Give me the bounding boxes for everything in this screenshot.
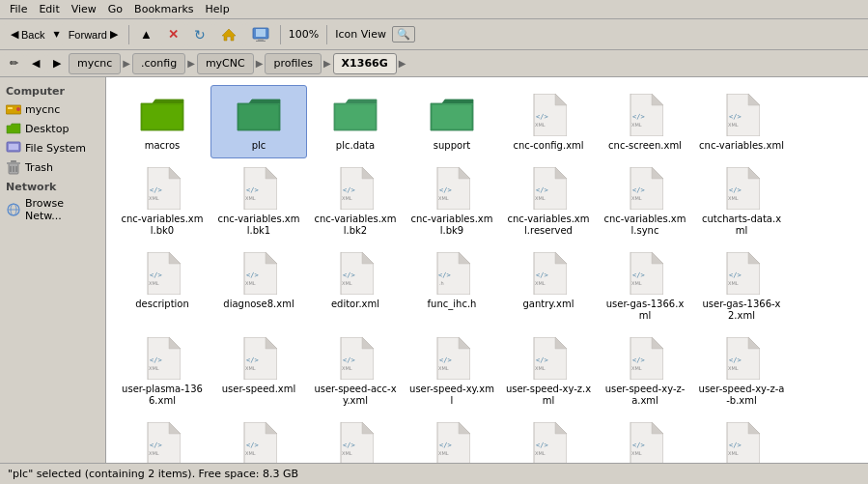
- sidebar-filesystem-label: File System: [25, 142, 86, 155]
- sidebar-section-network: Network: [0, 177, 105, 195]
- file-label-user-gas-1366.xml: user-gas-1366.xml: [602, 299, 688, 322]
- sidebar-mycnc-label: mycnc: [25, 103, 60, 116]
- file-label-func_ihc.h: func_ihc.h: [428, 299, 477, 310]
- svg-rect-11: [7, 162, 20, 164]
- file-item-gantry.xml[interactable]: </> XML gantry.xml: [500, 243, 597, 328]
- statusbar: "plc" selected (containing 2 items). Fre…: [0, 463, 868, 484]
- file-icon-user-speed-xy-z-probe.xml: </> XML: [236, 420, 282, 463]
- svg-text:XML: XML: [631, 122, 642, 128]
- breadcrumb-mycnc2[interactable]: myCNC: [197, 53, 254, 74]
- file-item-user-speed-xy-z.xml[interactable]: </> XML user-speed-xy-z.xml: [500, 328, 597, 413]
- svg-rect-9: [9, 144, 18, 150]
- menu-edit[interactable]: Edit: [33, 1, 65, 17]
- file-label-editor.xml: editor.xml: [331, 299, 379, 310]
- breadcrumb-x1366g[interactable]: X1366G: [333, 53, 397, 74]
- svg-text:XML: XML: [245, 280, 256, 286]
- file-item-cnc-variables.xml.reserved[interactable]: </> XML cnc-variables.xml.reserved: [500, 158, 597, 243]
- svg-text:XML: XML: [245, 450, 256, 456]
- file-item-func_ihc.h[interactable]: </> .h func_ihc.h: [404, 243, 500, 328]
- file-item-user-speed-xy-z-c.xml[interactable]: </> XML user-speed-xy-z-c.xml: [114, 413, 210, 463]
- prev-location-button[interactable]: ◀: [26, 53, 45, 74]
- breadcrumb-mycnc[interactable]: mycnc: [69, 53, 121, 74]
- edit-location-button[interactable]: ✏: [4, 53, 24, 74]
- breadcrumb-config[interactable]: .config: [132, 53, 185, 74]
- file-item-user-speed-xy.xml[interactable]: </> XML user-speed-xy.xml: [404, 328, 500, 413]
- menu-file[interactable]: File: [4, 1, 33, 17]
- menu-help[interactable]: Help: [200, 1, 236, 17]
- forward-arrow-icon: ▶: [110, 28, 118, 41]
- file-icon-cnc-variables.xml: </> XML: [718, 92, 765, 138]
- file-item-user-gas-1366-x2.xml[interactable]: </> XML user-gas-1366-x2.xml: [693, 243, 790, 328]
- file-item-x.style[interactable]: </> XML x.style: [404, 413, 500, 463]
- file-item-cnc-variables.xml.bk1[interactable]: </> XML cnc-variables.xml.bk1: [210, 158, 307, 243]
- file-item-user-speed-xy-z-a.xml[interactable]: </> XML user-speed-xy-z-a.xml: [597, 328, 693, 413]
- svg-text:</>: </>: [729, 271, 742, 279]
- reload-button[interactable]: ↻: [187, 22, 212, 47]
- file-icon-x.style: </> XML: [429, 420, 475, 463]
- svg-text:</>: </>: [343, 356, 355, 364]
- forward-button[interactable]: Forward ▶: [62, 22, 125, 47]
- sidebar-item-browse-network[interactable]: Browse Netw...: [0, 195, 105, 224]
- file-item-cnc-variables.xml.sync[interactable]: </> XML cnc-variables.xml.sync: [597, 158, 693, 243]
- file-item-editor.xml[interactable]: </> XML editor.xml: [307, 243, 404, 328]
- file-item-user-speed.xml[interactable]: </> XML user-speed.xml: [210, 328, 307, 413]
- file-item-description[interactable]: </> XML description: [114, 243, 210, 328]
- sidebar-desktop-label: Desktop: [25, 123, 69, 135]
- main: Computer mycnc Desktop File System Trash: [0, 77, 868, 463]
- network-icon: [6, 202, 21, 217]
- file-item-x-bottab.xml[interactable]: </> XML x-bottab.xml: [597, 413, 693, 463]
- file-item-cnc-config.xml[interactable]: </> XML cnc-config.xml: [500, 85, 597, 158]
- file-item-user-speed-xy-z-a-b.xml[interactable]: </> XML user-speed-xy-z-a-b.xml: [693, 328, 790, 413]
- file-item-cnc-variables.xml.bk9[interactable]: </> XML cnc-variables.xml.bk9: [404, 158, 500, 243]
- file-icon-description: </> XML: [139, 250, 185, 297]
- file-item-cutcharts-data.xml[interactable]: </> XML cutcharts-data.xml: [693, 158, 790, 243]
- svg-text:XML: XML: [535, 122, 546, 128]
- file-label-cnc-variables.xml.reserved: cnc-variables.xml.reserved: [505, 214, 592, 237]
- file-icon-user-speed-xy-z-c.xml: </> XML: [139, 420, 185, 463]
- file-item-cnc-variables.xml.bk2[interactable]: </> XML cnc-variables.xml.bk2: [307, 158, 404, 243]
- sidebar-item-filesystem[interactable]: File System: [0, 138, 105, 157]
- file-item-x-abcut.xml[interactable]: </> XML x-abcut.xml: [500, 413, 597, 463]
- zoom-button[interactable]: 🔍: [392, 26, 415, 43]
- menu-go[interactable]: Go: [102, 1, 128, 17]
- file-item-cnc-screen.xml[interactable]: </> XML cnc-screen.xml: [597, 85, 693, 158]
- breadcrumb-profiles[interactable]: profiles: [265, 53, 321, 74]
- file-item-diagnose8.xml[interactable]: </> XML diagnose8.xml: [210, 243, 307, 328]
- forward-label: Forward: [69, 29, 107, 41]
- file-item-user-gas-1366.xml[interactable]: </> XML user-gas-1366.xml: [597, 243, 693, 328]
- file-item-cnc-variables.xml.bk0[interactable]: </> XML cnc-variables.xml.bk0: [114, 158, 210, 243]
- file-item-user-spindle.xml[interactable]: </> XML user-spindle.xml: [307, 413, 404, 463]
- sidebar-item-mycnc[interactable]: mycnc: [0, 100, 105, 119]
- file-item-cnc-variables.xml[interactable]: </> XML cnc-variables.xml: [693, 85, 790, 158]
- file-icon-x-coordinates.xml: </> XML: [718, 420, 765, 463]
- menu-view[interactable]: View: [66, 1, 102, 17]
- file-label-cnc-config.xml: cnc-config.xml: [513, 140, 583, 152]
- menu-bookmarks[interactable]: Bookmarks: [128, 1, 199, 17]
- svg-marker-0: [222, 29, 236, 41]
- sidebar: Computer mycnc Desktop File System Trash: [0, 77, 106, 463]
- sidebar-item-trash[interactable]: Trash: [0, 157, 105, 177]
- next-location-button[interactable]: ▶: [47, 53, 67, 74]
- home-button[interactable]: [214, 22, 243, 47]
- file-item-user-speed-xy-z-probe.xml[interactable]: </> XML user-speed-xy-z-probe.xml: [210, 413, 307, 463]
- sidebar-section-computer: Computer: [0, 81, 105, 100]
- computer-button[interactable]: [245, 22, 276, 47]
- file-label-user-speed.xml: user-speed.xml: [222, 384, 296, 395]
- file-item-user-speed-acc-xy.xml[interactable]: </> XML user-speed-acc-xy.xml: [307, 328, 404, 413]
- sidebar-item-desktop[interactable]: Desktop: [0, 119, 105, 138]
- file-item-plc.data[interactable]: plc.data: [307, 85, 404, 158]
- back-button[interactable]: ◀ Back: [4, 22, 51, 47]
- file-icon-plc: [236, 92, 282, 138]
- file-item-macros[interactable]: macros: [114, 85, 210, 158]
- file-icon-support: [429, 92, 475, 138]
- file-item-user-plasma-1366.xml[interactable]: </> XML user-plasma-1366.xml: [114, 328, 210, 413]
- filearea: macros plc plc.data support </> XML cnc-…: [106, 77, 868, 463]
- file-item-plc[interactable]: plc: [210, 85, 307, 158]
- stop-button[interactable]: ✕: [161, 22, 185, 47]
- back-dropdown-icon[interactable]: ▼: [53, 30, 59, 39]
- sidebar-network-label: Browse Netw...: [25, 197, 99, 222]
- file-item-support[interactable]: support: [404, 85, 500, 158]
- up-button[interactable]: ▲: [133, 22, 159, 47]
- svg-text:XML: XML: [342, 450, 352, 456]
- file-item-x-coordinates.xml[interactable]: </> XML x-coordinates.xml: [693, 413, 790, 463]
